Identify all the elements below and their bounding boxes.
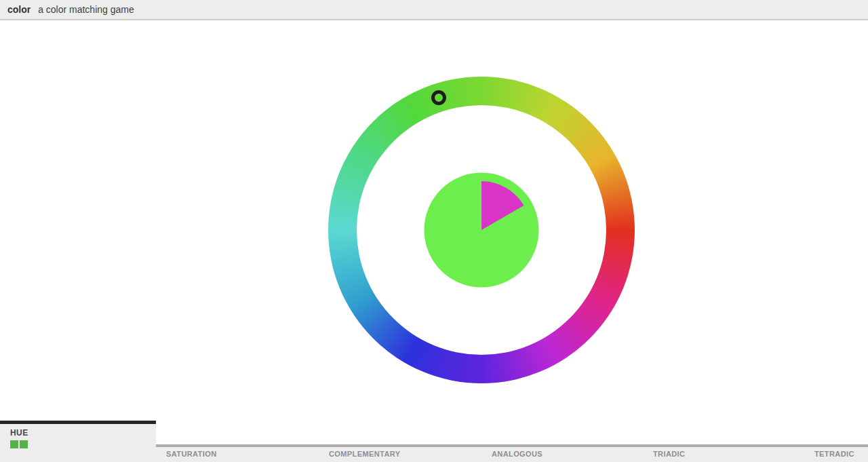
tab-analogous[interactable]: ANALOGOUS [481, 444, 644, 462]
tab-analogous-topbar [481, 444, 644, 447]
hue-marker[interactable] [431, 90, 446, 105]
tab-complementary-label: COMPLEMENTARY [329, 450, 400, 458]
target-color-display [424, 172, 539, 288]
app-tagline: a color matching game [38, 4, 134, 15]
header-bar: color a color matching game [0, 0, 868, 20]
tab-triadic-label: TRIADIC [653, 450, 685, 458]
tab-saturation[interactable]: SATURATION [156, 444, 319, 462]
tab-saturation-label: SATURATION [166, 450, 216, 458]
progress-squares [10, 440, 28, 448]
tab-tetradic[interactable]: TETRADIC [804, 444, 868, 462]
tab-analogous-label: ANALOGOUS [492, 450, 542, 458]
tab-tetradic-label: TETRADIC [814, 450, 854, 458]
tab-hue[interactable]: HUE [0, 421, 156, 462]
tab-triadic-topbar [643, 444, 806, 447]
tab-hue-label: HUE [10, 428, 28, 438]
tab-tetradic-topbar [804, 444, 868, 447]
tab-complementary-topbar [319, 444, 481, 447]
progress-square [10, 440, 18, 448]
tab-hue-topbar [0, 421, 156, 424]
app-title: color [7, 4, 31, 15]
tab-complementary[interactable]: COMPLEMENTARY [319, 444, 481, 462]
game-stage: color a color matching game HUE SATURATI… [0, 0, 868, 462]
progress-square [20, 440, 28, 448]
tab-triadic[interactable]: TRIADIC [643, 444, 806, 462]
tab-saturation-topbar [156, 444, 319, 447]
